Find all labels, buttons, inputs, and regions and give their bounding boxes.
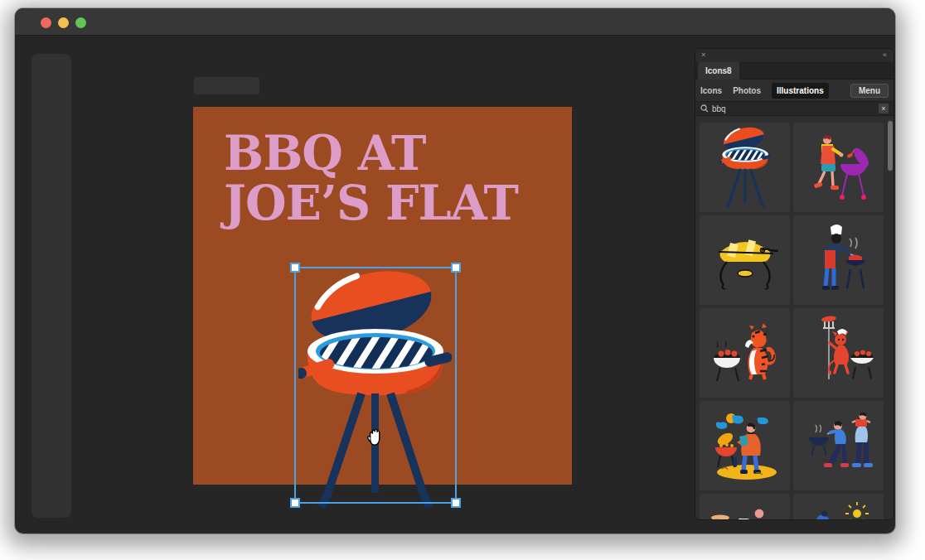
selection-handle-top-right[interactable]	[451, 263, 461, 273]
tab-illustrations[interactable]: Illustrations	[772, 83, 829, 99]
search-icon	[700, 104, 709, 113]
poster-title-line1: BBQ AT	[224, 125, 425, 181]
selection-handle-top-left[interactable]	[290, 263, 300, 273]
illustration-result-man-purple-grill[interactable]	[793, 123, 884, 212]
zoom-window-button[interactable]	[75, 17, 86, 28]
illustration-result-chef-cooking[interactable]	[793, 215, 884, 305]
minimize-window-button[interactable]	[58, 17, 69, 28]
bbq-grill-illustration[interactable]	[298, 269, 452, 509]
kettle-bbq-grill-illustration	[719, 127, 772, 208]
tab-icons[interactable]: Icons	[700, 86, 722, 95]
window-titlebar	[15, 8, 895, 36]
screenshot-stage: BBQ ATJOE’S FLAT × « Icons8	[0, 0, 925, 560]
tiger-barbecue-illustration	[704, 311, 787, 394]
panel-close-icon[interactable]: ×	[701, 51, 705, 59]
poster-title-line2: JOE’S FLAT	[224, 175, 518, 230]
panel-tabstrip: Icons8	[695, 62, 894, 80]
panel-titlebar: × «	[695, 49, 894, 62]
panel-nav-row: Icons Photos Illustrations Menu	[695, 80, 894, 101]
selection-handle-bottom-left[interactable]	[290, 498, 300, 508]
app-window: BBQ ATJOE’S FLAT × « Icons8	[15, 8, 895, 533]
picnic-beach-scene-illustration	[704, 497, 787, 520]
illustration-result-person-sunshine[interactable]	[793, 494, 884, 520]
illustration-result-devil-barbecue[interactable]	[793, 308, 884, 398]
illustration-result-kettle-grill[interactable]	[700, 123, 790, 212]
illustration-result-chafing-dish[interactable]	[700, 215, 790, 305]
selection-handle-bottom-right[interactable]	[451, 498, 461, 508]
left-toolbar	[31, 54, 71, 518]
person-in-sunshine-illustration	[797, 497, 880, 520]
icons8-plugin-panel: × « Icons8 Icons Photos Illustrations Me…	[695, 48, 894, 520]
close-window-button[interactable]	[41, 17, 51, 28]
man-reading-by-grill-illustration	[704, 404, 787, 487]
illustration-results-grid	[700, 123, 884, 520]
clear-search-button[interactable]: ×	[879, 104, 889, 113]
menu-button[interactable]: Menu	[850, 84, 889, 98]
search-bar: ×	[695, 101, 894, 116]
illustration-result-man-reading-grill[interactable]	[700, 401, 790, 490]
tab-photos[interactable]: Photos	[733, 86, 761, 95]
man-grilling-purple-bbq-illustration	[797, 126, 880, 209]
golden-chafing-dish-illustration	[704, 219, 787, 302]
illustration-result-picnic-scene[interactable]	[700, 494, 790, 520]
search-input[interactable]	[712, 104, 875, 113]
illustration-result-tiger-barbecue[interactable]	[700, 308, 790, 398]
grab-hand-cursor-icon	[364, 425, 385, 448]
devil-with-sausage-fork-illustration	[797, 311, 880, 394]
artboard-label-chip	[194, 77, 259, 94]
illustration-result-couple-barbecue[interactable]	[793, 401, 884, 490]
poster-title-text[interactable]: BBQ ATJOE’S FLAT	[224, 128, 518, 228]
tab-icons8[interactable]: Icons8	[698, 62, 739, 80]
panel-scrollbar-thumb[interactable]	[888, 121, 893, 171]
couple-at-barbecue-illustration	[797, 404, 880, 487]
chef-cooking-barbecue-illustration	[797, 219, 880, 302]
panel-collapse-icon[interactable]: «	[883, 51, 888, 59]
